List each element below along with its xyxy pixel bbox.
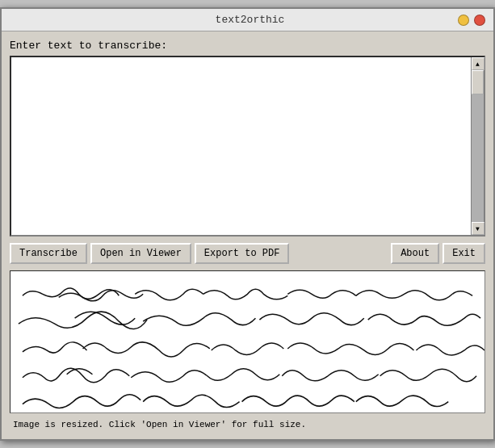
about-button[interactable]: About	[391, 243, 439, 264]
export-pdf-button[interactable]: Export to PDF	[195, 243, 290, 264]
exit-button[interactable]: Exit	[443, 243, 485, 264]
text-area-wrapper: ▲ ▼	[10, 56, 485, 237]
text-input[interactable]	[11, 57, 471, 235]
open-viewer-button[interactable]: Open in Viewer	[90, 243, 191, 264]
orthic-output-image	[10, 271, 485, 412]
status-bar: Image is resized. Click 'Open in Viewer'…	[10, 418, 485, 431]
scrollbar-thumb[interactable]	[472, 70, 484, 94]
minimize-button[interactable]	[458, 15, 469, 26]
title-bar: text2orthic	[2, 9, 493, 31]
window-content: Enter text to transcribe: ▲ ▼ Transcribe…	[2, 31, 493, 439]
window-controls	[458, 15, 485, 26]
main-window: text2orthic Enter text to transcribe: ▲ …	[0, 7, 495, 441]
window-title: text2orthic	[42, 14, 458, 26]
transcribe-button[interactable]: Transcribe	[10, 243, 87, 264]
close-button[interactable]	[474, 15, 485, 26]
scroll-down-button[interactable]: ▼	[472, 222, 485, 235]
input-label: Enter text to transcribe:	[10, 40, 485, 52]
scroll-up-button[interactable]: ▲	[472, 57, 485, 70]
scrollbar: ▲ ▼	[471, 57, 484, 235]
status-text: Image is resized. Click 'Open in Viewer'…	[13, 420, 306, 429]
image-container	[10, 270, 485, 413]
orthic-svg	[10, 271, 485, 412]
scrollbar-track	[472, 70, 484, 222]
toolbar: Transcribe Open in Viewer Export to PDF …	[10, 243, 485, 264]
